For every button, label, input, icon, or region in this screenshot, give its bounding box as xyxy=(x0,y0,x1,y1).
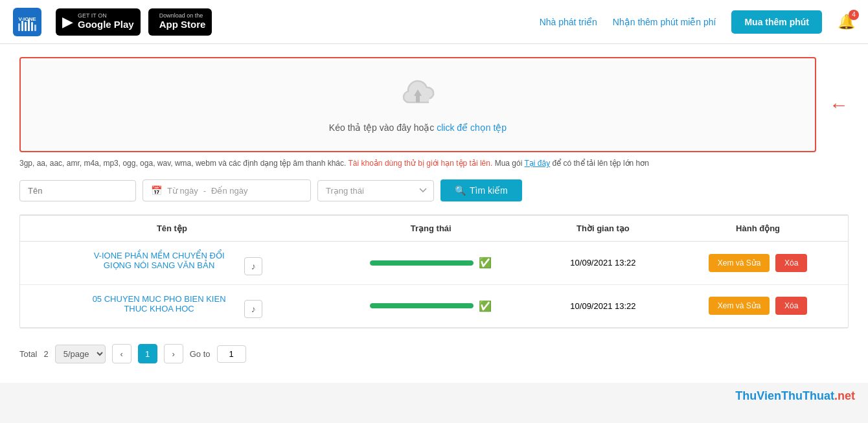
col-action: Hành động xyxy=(668,216,848,242)
svg-rect-5 xyxy=(28,19,30,31)
logo-area: V·IONE xyxy=(13,8,41,36)
date-to-text: Đến ngày xyxy=(211,186,247,196)
header-nav: Nhà phát triển Nhận thêm phút miễn phí M… xyxy=(540,10,855,34)
check-icon: ✅ xyxy=(479,257,492,269)
col-created: Thời gian tạo xyxy=(538,216,668,242)
buy-minutes-button[interactable]: Mua thêm phút xyxy=(731,10,822,34)
notification-bell[interactable]: 🔔 4 xyxy=(838,14,855,30)
upload-warning: 3gp, aa, aac, amr, m4a, mp3, ogg, oga, w… xyxy=(19,159,849,168)
goto-label: Go to xyxy=(190,349,211,359)
progress-fill xyxy=(370,260,474,266)
google-play-button[interactable]: ▶ GET IT ON Google Play xyxy=(56,8,141,36)
progress-fill xyxy=(370,303,474,308)
search-button[interactable]: 🔍 Tìm kiếm xyxy=(440,179,522,201)
goto-input[interactable] xyxy=(217,345,246,363)
footer-brand: ThuVienThuThuat.net xyxy=(0,383,868,409)
page-size-select[interactable]: 5/page xyxy=(55,345,106,363)
delete-button[interactable]: Xóa xyxy=(775,297,807,315)
app-store-main-text: App Store xyxy=(159,19,206,30)
progress-bar xyxy=(370,303,474,308)
file-table: Tên tệp Trạng thái Thời gian tạo Hành độ… xyxy=(20,215,848,328)
app-store-button[interactable]: Download on the App Store xyxy=(148,8,212,36)
click-to-select-link[interactable]: click để chọn tệp xyxy=(437,122,507,133)
table-header-row: Tên tệp Trạng thái Thời gian tạo Hành độ… xyxy=(20,216,848,242)
page-1-button[interactable]: 1 xyxy=(138,344,157,363)
file-name-link[interactable]: 05 CHUYEN MUC PHO BIEN KIEN THUC KHOA HO… xyxy=(82,294,237,314)
calendar-icon: 📅 xyxy=(151,185,162,196)
date-range-picker[interactable]: 📅 Từ ngày - Đến ngày xyxy=(143,179,311,201)
cloud-upload-icon xyxy=(398,76,437,116)
app-store-top-text: Download on the xyxy=(159,13,206,19)
next-page-button[interactable]: › xyxy=(164,344,183,363)
svg-rect-6 xyxy=(31,22,33,31)
prev-page-button[interactable]: ‹ xyxy=(112,344,131,363)
progress-container: ✅ xyxy=(334,257,528,269)
created-date: 10/09/2021 13:22 xyxy=(538,284,668,328)
google-play-main-text: Google Play xyxy=(78,19,134,30)
file-name-link[interactable]: V-IONE PHẦN MỀM CHUYỂN ĐỔI GIỌNG NÓI SAN… xyxy=(82,251,237,270)
created-date: 10/09/2021 13:22 xyxy=(538,242,668,285)
main-content: Kéo thả tệp vào đây hoặc click để chọn t… xyxy=(0,44,868,383)
view-edit-button[interactable]: Xem và Sửa xyxy=(709,254,770,272)
svg-rect-4 xyxy=(25,22,27,31)
file-table-wrapper: Tên tệp Trạng thái Thời gian tạo Hành độ… xyxy=(19,214,849,328)
table-row: V-IONE PHẦN MỀM CHUYỂN ĐỔI GIỌNG NÓI SAN… xyxy=(20,242,848,285)
status-select[interactable]: Trạng thái xyxy=(317,180,434,201)
date-from-text: Từ ngày xyxy=(167,186,198,196)
table-row: 05 CHUYEN MUC PHO BIEN KIEN THUC KHOA HO… xyxy=(20,284,848,328)
col-status: Trạng thái xyxy=(324,216,538,242)
delete-button[interactable]: Xóa xyxy=(775,254,807,272)
vione-logo-icon: V·IONE xyxy=(13,8,41,36)
name-search-input[interactable] xyxy=(19,180,136,201)
progress-bar xyxy=(370,260,474,266)
view-edit-button[interactable]: Xem và Sửa xyxy=(709,297,770,315)
svg-text:V·IONE: V·IONE xyxy=(18,16,36,22)
pagination-bar: Total 2 5/page ‹ 1 › Go to xyxy=(19,344,849,363)
svg-rect-2 xyxy=(18,23,20,31)
google-play-top-text: GET IT ON xyxy=(78,13,134,19)
total-count: 2 xyxy=(43,349,48,359)
upload-instruction: Kéo thả tệp vào đây hoặc click để chọn t… xyxy=(329,122,507,133)
developer-link[interactable]: Nhà phát triển xyxy=(540,17,597,27)
progress-container: ✅ xyxy=(334,300,528,312)
col-filename: Tên tệp xyxy=(20,216,324,242)
svg-rect-7 xyxy=(34,25,36,31)
header: V·IONE ▶ GET IT ON Google Play Download … xyxy=(0,0,868,44)
bell-badge: 4 xyxy=(849,10,859,20)
search-icon: 🔍 xyxy=(455,185,466,196)
upload-section: Kéo thả tệp vào đây hoặc click để chọn t… xyxy=(19,57,849,152)
total-label: Total xyxy=(19,349,37,359)
check-icon: ✅ xyxy=(479,300,492,312)
search-bar: 📅 Từ ngày - Đến ngày Trạng thái 🔍 Tìm ki… xyxy=(19,179,849,201)
svg-rect-3 xyxy=(21,21,23,31)
footer-brand-thu: ThuVienThuThuat xyxy=(735,389,834,402)
svg-rect-0 xyxy=(13,8,41,36)
google-play-icon: ▶ xyxy=(62,14,73,30)
audio-play-icon[interactable]: ♪ xyxy=(244,257,262,275)
audio-play-icon[interactable]: ♪ xyxy=(244,300,262,318)
red-arrow-indicator: ← xyxy=(829,94,849,116)
free-minutes-link[interactable]: Nhận thêm phút miễn phí xyxy=(613,17,716,27)
upload-dropzone[interactable]: Kéo thả tệp vào đây hoặc click để chọn t… xyxy=(19,57,816,152)
footer-brand-net: .net xyxy=(834,389,855,402)
upgrade-link[interactable]: Tại đây xyxy=(524,159,550,168)
